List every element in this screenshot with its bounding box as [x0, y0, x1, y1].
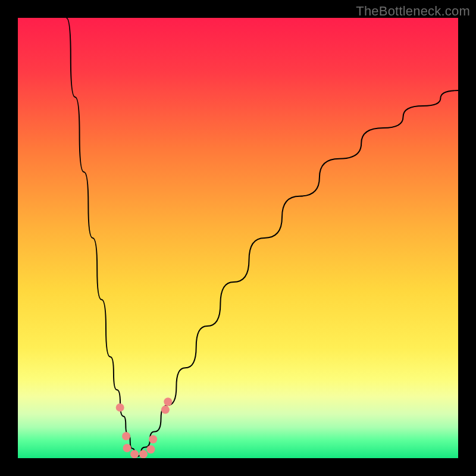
data-point — [122, 432, 130, 440]
figure-frame: TheBottleneck.com — [0, 0, 476, 476]
chart-canvas — [18, 18, 458, 458]
data-point — [130, 450, 139, 458]
data-point — [161, 406, 170, 414]
data-point — [123, 444, 131, 452]
data-point — [139, 450, 148, 458]
data-point — [164, 397, 172, 406]
data-point — [146, 445, 155, 453]
bottleneck-curve — [66, 18, 136, 456]
watermark-text: TheBottleneck.com — [356, 4, 470, 19]
data-point — [116, 403, 124, 412]
bottleneck-curve — [137, 90, 458, 456]
data-point — [149, 435, 157, 443]
plot-area — [18, 18, 458, 458]
